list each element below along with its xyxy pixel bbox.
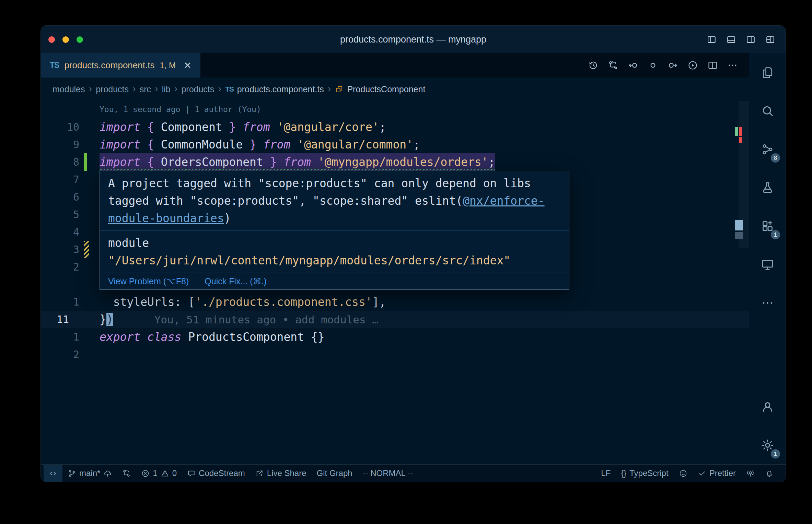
explorer-icon	[761, 66, 774, 79]
editor-group: TS products.component.ts 1, M ✕ modules›…	[41, 53, 749, 464]
breadcrumb-symbol[interactable]: ProductsComponent	[335, 84, 425, 94]
broadcast-icon	[746, 469, 755, 478]
code-token	[290, 138, 297, 151]
breadcrumb-folder[interactable]: src	[140, 84, 151, 94]
statusbar-prettier[interactable]: Prettier	[693, 465, 741, 482]
breadcrumb-file[interactable]: TSproducts.component.ts	[225, 84, 324, 94]
activitybar-testing[interactable]	[749, 168, 786, 207]
timeline-button[interactable]	[588, 60, 599, 71]
code-token: CommonModule	[154, 138, 250, 151]
code-line[interactable]: 8import { OrdersComponent } from '@mynga…	[41, 153, 749, 171]
split-editor-button[interactable]	[707, 60, 718, 71]
status-bar: main*10CodeStreamLive ShareGit Graph-- N…	[41, 464, 786, 482]
statusbar-language-mode-text: TypeScript	[629, 468, 668, 478]
run-file-button[interactable]	[687, 60, 698, 71]
view-problem-action[interactable]: View Problem (⌥F8)	[108, 273, 189, 290]
testing-icon	[761, 181, 774, 194]
statusbar-language-mode[interactable]: {}TypeScript	[616, 465, 673, 482]
toggle-primary-sidebar-button[interactable]	[707, 35, 717, 45]
activitybar-additional-views[interactable]	[749, 284, 786, 322]
line-number: 5	[41, 206, 79, 223]
breadcrumb-separator: ›	[328, 83, 331, 94]
activitybar-explorer[interactable]	[749, 53, 786, 92]
code-token: ],	[372, 295, 386, 309]
breadcrumb-separator: ›	[155, 83, 158, 94]
code-token: '@myngapp/modules/orders'	[318, 155, 488, 169]
typescript-file-icon: TS	[225, 85, 234, 93]
accounts-icon	[761, 400, 774, 414]
statusbar-eol[interactable]: LF	[596, 465, 616, 482]
toggle-panel-button[interactable]	[726, 35, 736, 45]
toggle-primary-sidebar-icon	[707, 35, 717, 45]
statusbar-notifications[interactable]	[760, 465, 779, 482]
source-control-icon	[761, 143, 774, 156]
breadcrumb-folder[interactable]: products	[96, 84, 129, 94]
code-token	[140, 330, 147, 344]
statusbar-git-branch[interactable]: main*	[62, 465, 117, 482]
activitybar-accounts[interactable]	[749, 388, 786, 426]
statusbar-left: main*10CodeStreamLive ShareGit Graph-- N…	[44, 465, 418, 482]
previous-change-button[interactable]	[628, 60, 638, 71]
activitybar-manage[interactable]: 1	[749, 426, 786, 464]
code-editor[interactable]: You, 1 second ago | 1 author (You)10impo…	[41, 101, 749, 464]
customize-layout-button[interactable]	[765, 35, 775, 45]
tab-problems-modified-badge: 1, M	[160, 61, 176, 70]
code-line[interactable]: 1 styleUrls: ['./products.component.css'…	[41, 293, 749, 311]
tab-bar: TS products.component.ts 1, M ✕	[41, 53, 749, 78]
desktop: { "colors": { "editor_bg": "#011627", "t…	[0, 0, 812, 524]
compare-icon	[122, 469, 131, 478]
code-line[interactable]: 1export class ProductsComponent {}	[41, 328, 749, 346]
module-label: module	[108, 234, 561, 252]
breadcrumb-folder[interactable]: products	[181, 84, 214, 94]
activitybar-search[interactable]	[749, 92, 786, 130]
toggle-secondary-sidebar-button[interactable]	[746, 35, 756, 45]
more-actions-icon	[727, 60, 738, 71]
statusbar-branch-compare[interactable]	[117, 465, 136, 482]
open-changes-button[interactable]	[608, 60, 618, 71]
statusbar-broadcast[interactable]	[741, 465, 760, 482]
statusbar-git-graph[interactable]: Git Graph	[312, 465, 358, 482]
statusbar-problems[interactable]: 10	[136, 465, 182, 482]
code-text: import { OrdersComponent } from '@myngap…	[100, 153, 495, 171]
code-line[interactable]: 11})You, 51 minutes ago • add modules …	[41, 311, 749, 328]
breadcrumb-folder[interactable]: modules	[53, 84, 85, 94]
overview-ruler-mark	[735, 220, 743, 230]
activitybar-source-control[interactable]: 8	[749, 130, 786, 168]
current-change-button[interactable]	[648, 60, 658, 71]
code-token	[181, 330, 188, 344]
code-token: from	[283, 155, 311, 169]
warning-icon	[161, 469, 169, 478]
error-icon	[141, 469, 150, 478]
remote-explorer-icon	[761, 258, 774, 271]
code-token	[140, 120, 147, 134]
statusbar-codestream[interactable]: CodeStream	[182, 465, 250, 482]
code-token: {}	[311, 330, 325, 344]
line-number: 4	[41, 223, 79, 241]
code-line[interactable]: 9import { CommonModule } from '@angular/…	[41, 136, 749, 153]
code-line[interactable]: 10import { Component } from '@angular/co…	[41, 118, 749, 136]
code-token: export	[100, 330, 140, 344]
statusbar-codestream-text: CodeStream	[199, 468, 245, 478]
more-actions-button[interactable]	[727, 60, 738, 71]
code-token: '@angular/common'	[297, 138, 413, 151]
manage-icon	[761, 439, 774, 452]
quick-fix-action[interactable]: Quick Fix... (⌘.)	[205, 273, 267, 290]
tab-products-component[interactable]: TS products.component.ts 1, M ✕	[41, 53, 200, 78]
vim-block-cursor: )	[106, 313, 113, 326]
activitybar-extensions[interactable]: 1	[749, 207, 786, 245]
statusbar-live-share[interactable]: Live Share	[250, 465, 312, 482]
code-line[interactable]: 2	[41, 346, 749, 363]
activitybar-remote-explorer[interactable]	[749, 245, 786, 284]
line-number: 7	[41, 171, 79, 188]
close-tab-icon[interactable]: ✕	[184, 60, 192, 71]
statusbar-remote-indicator[interactable]	[44, 465, 62, 482]
code-token	[236, 120, 243, 134]
statusbar-feedback[interactable]	[674, 465, 693, 482]
statusbar-eol-text: LF	[601, 468, 611, 478]
breadcrumb-folder[interactable]: lib	[162, 84, 171, 94]
line-number: 1	[41, 328, 79, 346]
next-change-button[interactable]	[668, 60, 678, 71]
statusbar-vim-mode[interactable]: -- NORMAL --	[358, 465, 418, 482]
line-number: 3	[41, 241, 79, 258]
code-token: }	[229, 120, 236, 134]
